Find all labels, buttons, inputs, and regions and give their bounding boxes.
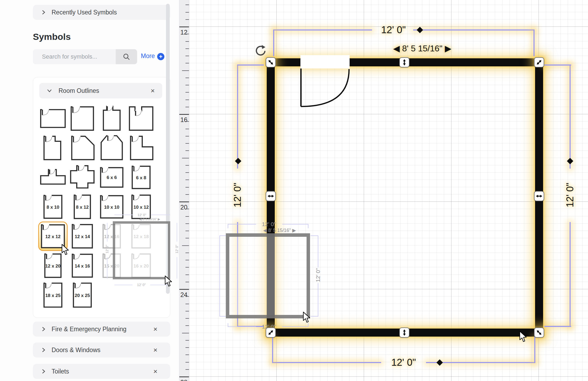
recently-used-symbols-section[interactable]: Recently Used Symbols [33, 5, 170, 20]
symbol-shape-5[interactable] [68, 133, 97, 163]
symbol-shape-8[interactable] [38, 163, 68, 192]
symbol-18x25[interactable]: 18 x 25 [38, 280, 68, 310]
ghost-dimension-line [177, 257, 177, 279]
panel-ghost-door-span: ◀ 8' 5 15/16" ▶ [139, 217, 160, 221]
section-label: Fire & Emergency Planning [52, 326, 126, 333]
symbol-shape-6[interactable] [97, 133, 126, 163]
ghost-dimension-line [220, 235, 226, 236]
resize-handle-top-right[interactable] [534, 57, 544, 67]
ruler-tick [182, 70, 189, 71]
close-icon[interactable]: × [153, 326, 157, 333]
close-icon[interactable]: × [151, 87, 155, 95]
ruler-number: 28 [179, 379, 188, 381]
svg-text:6 x 8: 6 x 8 [136, 175, 146, 180]
ruler-tick [185, 362, 189, 363]
ruler-tick [185, 318, 189, 319]
ghost-dimension-line [282, 326, 308, 327]
svg-text:18 x 25: 18 x 25 [45, 293, 61, 298]
ruler-tick [185, 12, 189, 13]
dimension-line [272, 337, 273, 363]
resize-handle-bottom-right[interactable] [534, 327, 544, 338]
ruler-tick [182, 158, 189, 158]
svg-text:12 x 20: 12 x 20 [45, 263, 60, 269]
symbol-14x16[interactable]: 14 x 16 [68, 251, 97, 280]
ruler-tick [185, 347, 189, 348]
symbol-6x8[interactable]: 6 x 8 [126, 163, 156, 192]
mouse-cursor-icon [164, 276, 172, 288]
resize-handle-bottom-middle[interactable] [399, 327, 409, 338]
ghost-dimension-line [311, 316, 318, 317]
dimension-line [413, 29, 535, 31]
resize-handle-top-middle[interactable] [399, 57, 409, 67]
symbol-shape-4[interactable] [38, 133, 68, 163]
ruler-tick [185, 282, 189, 282]
close-icon[interactable]: × [153, 368, 157, 375]
ruler-tick [185, 63, 189, 63]
ruler-tick [179, 26, 189, 27]
section-label: Doors & Windows [52, 346, 100, 354]
search-button[interactable] [116, 49, 137, 64]
ghost-dimension-line [220, 316, 226, 317]
svg-text:10 x 10: 10 x 10 [104, 204, 119, 210]
ruler-tick [185, 296, 189, 297]
ghost-dimension-line [282, 224, 308, 224]
ghost-dimension-line [318, 235, 318, 268]
svg-text:8 x 12: 8 x 12 [76, 204, 89, 210]
ghost-dimension-line [311, 235, 318, 236]
plus-icon[interactable]: + [157, 53, 164, 60]
rotate-handle[interactable] [253, 44, 266, 58]
more-shapes-link[interactable]: More [141, 52, 155, 60]
svg-text:20 x 25: 20 x 25 [75, 293, 90, 298]
symbol-shape-0[interactable] [38, 104, 68, 133]
dimension-line [533, 29, 535, 56]
section-header-room-outlines[interactable]: Room Outlines × [39, 83, 162, 98]
section-header-doors-windows[interactable]: Doors & Windows × [33, 342, 170, 357]
dimension-width-bottom: 12' 0" [391, 357, 416, 368]
close-icon[interactable]: × [153, 346, 157, 353]
section-label: Toilets [52, 368, 69, 375]
ruler-tick [185, 85, 189, 85]
drawing-canvas[interactable] [189, 0, 588, 381]
chevron-right-icon [41, 9, 46, 16]
symbol-shape-9[interactable] [68, 163, 97, 192]
ruler-tick [185, 216, 189, 217]
symbol-shape-3[interactable] [126, 104, 156, 133]
symbol-shape-2[interactable] [97, 104, 126, 133]
symbol-8x12[interactable]: 8 x 12 [68, 192, 97, 222]
symbol-shape-7[interactable] [126, 133, 156, 163]
ruler-tick [185, 253, 189, 253]
symbol-8x10[interactable]: 8 x 10 [38, 192, 68, 222]
symbol-shape-1[interactable] [68, 104, 97, 133]
ruler-tick [185, 165, 189, 166]
section-header-toilets[interactable]: Toilets × [33, 364, 170, 379]
symbol-20x25[interactable]: 20 x 25 [68, 280, 97, 310]
resize-handle-bottom-left[interactable] [266, 327, 276, 338]
ruler-tick [185, 5, 189, 5]
resize-handle-top-left[interactable] [266, 57, 276, 67]
panel-ghost-width-top: 12' 0" [138, 213, 146, 217]
section-header-fire-emergency[interactable]: Fire & Emergency Planning × [33, 322, 170, 337]
ruler-tick [182, 333, 189, 333]
dimension-height-right: 12' 0" [564, 183, 576, 207]
ruler-tick [185, 172, 189, 173]
ruler-tick [185, 325, 189, 326]
svg-text:6 x 6: 6 x 6 [107, 175, 117, 180]
panel-ghost-height-right: 12' 0" [175, 245, 179, 253]
ghost-dimension-line [228, 323, 228, 327]
symbol-12x14[interactable]: 12 x 14 [68, 222, 97, 251]
ruler-tick [185, 223, 189, 224]
chevron-right-icon [41, 368, 46, 375]
search-placeholder: Search for symbols... [42, 53, 97, 60]
ruler-tick [185, 369, 189, 370]
ruler-tick [185, 121, 189, 122]
symbol-10x10[interactable]: 10 x 10 [97, 192, 126, 222]
app-window: Recently Used Symbols Symbols Search for… [0, 0, 588, 381]
ruler-tick [185, 34, 189, 34]
mouse-cursor-icon [303, 312, 311, 325]
resize-handle-right-middle[interactable] [534, 191, 544, 201]
vertical-ruler: 1216202428 [179, 0, 189, 381]
door-swing-icon[interactable] [296, 64, 352, 118]
chevron-right-icon [41, 347, 46, 353]
symbol-6x6[interactable]: 6 x 6 [97, 163, 126, 192]
resize-handle-left-middle[interactable] [266, 191, 276, 201]
